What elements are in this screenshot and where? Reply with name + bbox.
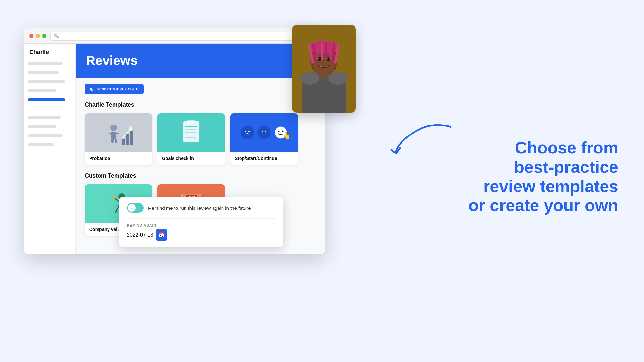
svg-rect-7 [126,134,129,145]
browser-window: 🔍 Charlie Reviews [24,28,325,254]
svg-point-17 [243,128,251,137]
search-icon: 🔍 [54,33,59,38]
svg-rect-4 [111,139,114,143]
remind-again-label: REMIND AGAIN [127,223,276,227]
probation-card-image [85,113,152,152]
sidebar-item-2[interactable] [28,71,59,74]
svg-point-49 [327,58,328,59]
svg-point-20 [260,128,268,137]
plus-icon: ⊕ [90,87,94,92]
search-input[interactable] [61,33,317,38]
sidebar-item-8[interactable] [28,143,54,146]
heading-line1: Choose from [515,138,618,157]
sidebar-item-1[interactable] [28,62,63,65]
popup-toggle-text: Remind me to run this review again in th… [148,205,251,211]
new-review-label: NEW REVIEW CYCLE [97,87,139,91]
svg-rect-10 [183,121,199,142]
heading-line4: or create your own [469,196,618,215]
address-bar[interactable]: 🔍 [50,32,320,41]
minimize-button[interactable] [36,34,40,38]
svg-rect-55 [316,43,318,60]
svg-point-25 [278,131,280,132]
svg-point-18 [245,131,246,132]
svg-rect-6 [122,139,125,145]
svg-text:👆: 👆 [282,131,291,140]
svg-rect-5 [115,139,117,143]
svg-rect-2 [109,133,112,134]
sidebar-brand: Charlie [28,49,71,56]
svg-point-45 [313,50,335,76]
goals-label: Goals check in [157,152,225,165]
svg-point-22 [265,131,266,132]
remind-toggle[interactable]: ✓ [127,203,144,213]
right-heading: Choose from best-practice review templat… [464,138,618,215]
arrow-container [386,117,457,161]
svg-point-59 [300,72,319,85]
svg-rect-14 [185,132,196,133]
maximize-button[interactable] [42,34,46,38]
check-icon: ✓ [130,206,133,210]
probation-label: Probation [85,152,152,165]
sidebar-item-4[interactable] [28,89,56,92]
svg-text:★: ★ [110,193,116,201]
svg-point-19 [248,131,250,132]
svg-rect-16 [185,137,196,138]
heading-line3: review templates [483,177,618,196]
svg-point-21 [262,131,263,132]
happy-face: 👆 [274,126,288,139]
popup-card: ✓ Remind me to run this review again in … [119,197,283,247]
calendar-button[interactable]: 📅 [156,229,167,241]
curved-arrow [386,117,457,159]
svg-point-60 [328,72,348,85]
toggle-knob: ✓ [128,204,136,212]
new-review-cycle-button[interactable]: ⊕ NEW REVIEW CYCLE [85,84,144,94]
custom-templates-heading: Custom Templates [85,172,316,179]
calendar-icon: 📅 [158,232,165,238]
svg-rect-56 [329,43,332,60]
svg-line-32 [115,207,118,213]
probation-illustration [96,116,141,149]
svg-rect-12 [185,126,197,127]
person-svg [292,25,356,113]
remind-again-section: REMIND AGAIN 2022-07-13 📅 [127,218,276,241]
sidebar-item-3[interactable] [28,80,65,83]
remind-again-row: 2022-07-13 📅 [127,229,276,241]
sidebar-item-active[interactable] [28,98,65,101]
charlie-templates-grid: Probation [85,113,316,165]
right-side-text: Choose from best-practice review templat… [464,138,618,215]
close-button[interactable] [29,34,33,38]
remind-date: 2022-07-13 [127,232,153,238]
ssc-card-image: 👆 [230,113,298,152]
popup-toggle-row: ✓ Remind me to run this review again in … [127,203,276,213]
svg-rect-13 [185,129,195,130]
goals-illustration [178,118,204,147]
template-card-probation[interactable]: Probation [85,113,152,165]
svg-text:★: ★ [106,202,110,207]
heading-line2: best-practice [514,158,618,176]
page-title: Reviews [86,53,137,68]
svg-rect-1 [111,132,116,139]
sidebar-item-7[interactable] [28,134,63,137]
title-bar: 🔍 [24,28,325,44]
template-card-ssc[interactable]: 👆 Stop/Start/Continue [230,113,298,165]
template-card-goals[interactable]: Goals check in [157,113,225,165]
ssc-label: Stop/Start/Continue [230,152,298,165]
goals-card-image [157,113,225,152]
page-header: Reviews [76,44,325,78]
svg-rect-3 [116,133,119,134]
charlie-templates-heading: Charlie Templates [85,101,316,108]
sidebar-item-6[interactable] [28,125,56,128]
svg-rect-23 [262,134,266,134]
svg-rect-11 [187,120,195,123]
sad-face [241,126,254,139]
svg-rect-57 [321,43,323,60]
traffic-lights [29,34,46,38]
svg-point-9 [129,128,132,131]
person-photo [292,25,356,113]
neutral-face [257,126,271,139]
emoji-row: 👆 [241,126,288,139]
sidebar-item-5[interactable] [28,116,61,119]
svg-rect-58 [325,43,327,60]
sidebar-nav [28,62,71,150]
svg-rect-8 [130,131,133,145]
